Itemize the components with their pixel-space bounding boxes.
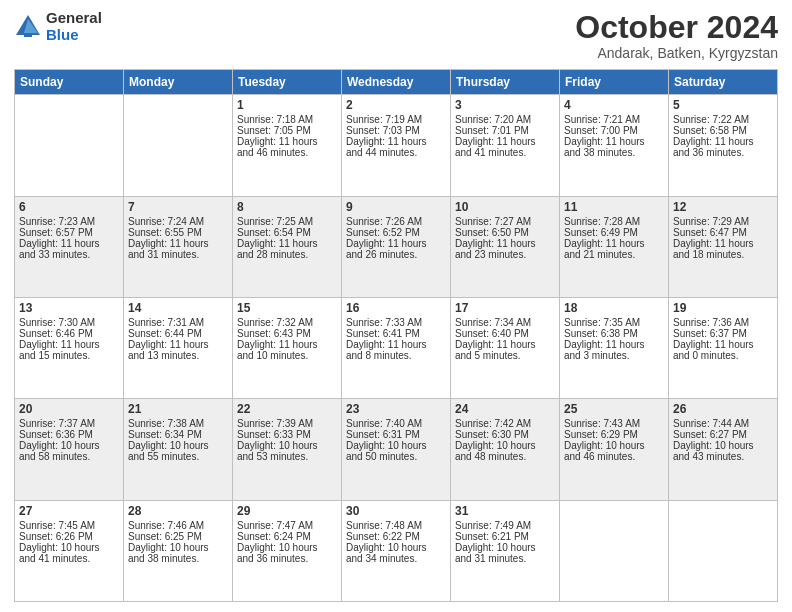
day-number: 30 [346,504,446,518]
sunrise-text: Sunrise: 7:26 AM [346,216,446,227]
table-cell: 1Sunrise: 7:18 AMSunset: 7:05 PMDaylight… [233,95,342,196]
sunrise-text: Sunrise: 7:39 AM [237,418,337,429]
sunrise-text: Sunrise: 7:20 AM [455,114,555,125]
daylight-text: Daylight: 11 hours and 8 minutes. [346,339,446,361]
table-cell: 17Sunrise: 7:34 AMSunset: 6:40 PMDayligh… [451,297,560,398]
table-cell [669,500,778,601]
sunrise-text: Sunrise: 7:44 AM [673,418,773,429]
calendar-week-row: 20Sunrise: 7:37 AMSunset: 6:36 PMDayligh… [15,399,778,500]
sunrise-text: Sunrise: 7:29 AM [673,216,773,227]
daylight-text: Daylight: 11 hours and 28 minutes. [237,238,337,260]
sunset-text: Sunset: 6:22 PM [346,531,446,542]
sunset-text: Sunset: 6:29 PM [564,429,664,440]
daylight-text: Daylight: 11 hours and 15 minutes. [19,339,119,361]
table-cell: 14Sunrise: 7:31 AMSunset: 6:44 PMDayligh… [124,297,233,398]
table-cell: 26Sunrise: 7:44 AMSunset: 6:27 PMDayligh… [669,399,778,500]
daylight-text: Daylight: 11 hours and 31 minutes. [128,238,228,260]
calendar-week-row: 1Sunrise: 7:18 AMSunset: 7:05 PMDaylight… [15,95,778,196]
sunrise-text: Sunrise: 7:32 AM [237,317,337,328]
day-number: 15 [237,301,337,315]
table-cell: 5Sunrise: 7:22 AMSunset: 6:58 PMDaylight… [669,95,778,196]
daylight-text: Daylight: 10 hours and 55 minutes. [128,440,228,462]
sunrise-text: Sunrise: 7:28 AM [564,216,664,227]
sunset-text: Sunset: 6:26 PM [19,531,119,542]
daylight-text: Daylight: 10 hours and 36 minutes. [237,542,337,564]
table-cell: 16Sunrise: 7:33 AMSunset: 6:41 PMDayligh… [342,297,451,398]
sunrise-text: Sunrise: 7:43 AM [564,418,664,429]
sunrise-text: Sunrise: 7:25 AM [237,216,337,227]
col-friday: Friday [560,70,669,95]
daylight-text: Daylight: 10 hours and 43 minutes. [673,440,773,462]
sunset-text: Sunset: 6:50 PM [455,227,555,238]
sunset-text: Sunset: 6:57 PM [19,227,119,238]
table-cell: 23Sunrise: 7:40 AMSunset: 6:31 PMDayligh… [342,399,451,500]
day-number: 27 [19,504,119,518]
day-number: 12 [673,200,773,214]
daylight-text: Daylight: 10 hours and 46 minutes. [564,440,664,462]
col-thursday: Thursday [451,70,560,95]
day-number: 25 [564,402,664,416]
day-number: 6 [19,200,119,214]
sunset-text: Sunset: 6:31 PM [346,429,446,440]
day-number: 16 [346,301,446,315]
calendar-header-row: Sunday Monday Tuesday Wednesday Thursday… [15,70,778,95]
sunrise-text: Sunrise: 7:19 AM [346,114,446,125]
calendar-week-row: 27Sunrise: 7:45 AMSunset: 6:26 PMDayligh… [15,500,778,601]
sunset-text: Sunset: 6:38 PM [564,328,664,339]
table-cell: 31Sunrise: 7:49 AMSunset: 6:21 PMDayligh… [451,500,560,601]
day-number: 9 [346,200,446,214]
day-number: 7 [128,200,228,214]
sunset-text: Sunset: 6:34 PM [128,429,228,440]
day-number: 5 [673,98,773,112]
sunrise-text: Sunrise: 7:36 AM [673,317,773,328]
daylight-text: Daylight: 11 hours and 10 minutes. [237,339,337,361]
daylight-text: Daylight: 10 hours and 48 minutes. [455,440,555,462]
logo-blue-text: Blue [46,27,102,44]
page: General Blue October 2024 Andarak, Batke… [0,0,792,612]
table-cell: 9Sunrise: 7:26 AMSunset: 6:52 PMDaylight… [342,196,451,297]
sunset-text: Sunset: 6:27 PM [673,429,773,440]
sunset-text: Sunset: 7:01 PM [455,125,555,136]
sunrise-text: Sunrise: 7:31 AM [128,317,228,328]
logo-general-text: General [46,10,102,27]
sunrise-text: Sunrise: 7:34 AM [455,317,555,328]
table-cell: 4Sunrise: 7:21 AMSunset: 7:00 PMDaylight… [560,95,669,196]
table-cell: 19Sunrise: 7:36 AMSunset: 6:37 PMDayligh… [669,297,778,398]
day-number: 28 [128,504,228,518]
sunrise-text: Sunrise: 7:22 AM [673,114,773,125]
header: General Blue October 2024 Andarak, Batke… [14,10,778,61]
day-number: 29 [237,504,337,518]
sunrise-text: Sunrise: 7:35 AM [564,317,664,328]
day-number: 23 [346,402,446,416]
day-number: 2 [346,98,446,112]
daylight-text: Daylight: 11 hours and 46 minutes. [237,136,337,158]
table-cell: 13Sunrise: 7:30 AMSunset: 6:46 PMDayligh… [15,297,124,398]
day-number: 17 [455,301,555,315]
month-title: October 2024 [575,10,778,45]
sunset-text: Sunset: 7:05 PM [237,125,337,136]
sunset-text: Sunset: 7:03 PM [346,125,446,136]
daylight-text: Daylight: 10 hours and 34 minutes. [346,542,446,564]
sunset-text: Sunset: 6:41 PM [346,328,446,339]
sunrise-text: Sunrise: 7:42 AM [455,418,555,429]
sunset-text: Sunset: 6:46 PM [19,328,119,339]
daylight-text: Daylight: 11 hours and 13 minutes. [128,339,228,361]
sunset-text: Sunset: 7:00 PM [564,125,664,136]
sunrise-text: Sunrise: 7:40 AM [346,418,446,429]
table-cell: 6Sunrise: 7:23 AMSunset: 6:57 PMDaylight… [15,196,124,297]
day-number: 24 [455,402,555,416]
sunset-text: Sunset: 6:37 PM [673,328,773,339]
day-number: 10 [455,200,555,214]
table-cell: 25Sunrise: 7:43 AMSunset: 6:29 PMDayligh… [560,399,669,500]
table-cell: 18Sunrise: 7:35 AMSunset: 6:38 PMDayligh… [560,297,669,398]
daylight-text: Daylight: 11 hours and 41 minutes. [455,136,555,158]
daylight-text: Daylight: 11 hours and 38 minutes. [564,136,664,158]
sunrise-text: Sunrise: 7:49 AM [455,520,555,531]
daylight-text: Daylight: 10 hours and 50 minutes. [346,440,446,462]
daylight-text: Daylight: 11 hours and 21 minutes. [564,238,664,260]
table-cell: 3Sunrise: 7:20 AMSunset: 7:01 PMDaylight… [451,95,560,196]
daylight-text: Daylight: 11 hours and 36 minutes. [673,136,773,158]
sunrise-text: Sunrise: 7:38 AM [128,418,228,429]
col-sunday: Sunday [15,70,124,95]
table-cell: 20Sunrise: 7:37 AMSunset: 6:36 PMDayligh… [15,399,124,500]
